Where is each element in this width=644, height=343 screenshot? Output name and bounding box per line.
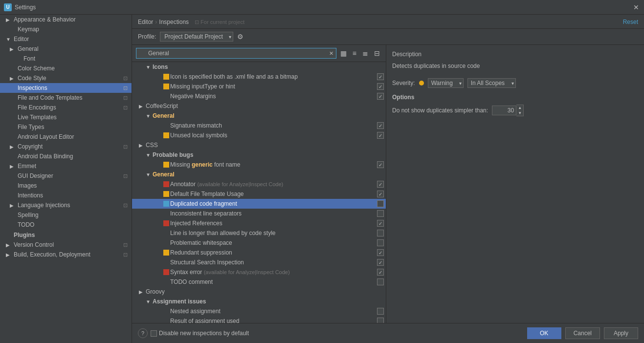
tree-item-icon-xml[interactable]: Icon is specified both as .xml file and … xyxy=(132,72,386,82)
close-button[interactable]: ✕ xyxy=(632,3,640,11)
expand-button[interactable]: ≣ xyxy=(360,48,370,58)
reset-button[interactable]: Reset xyxy=(623,19,638,25)
tree-item-negative-margins[interactable]: Negative Margins xyxy=(132,91,386,101)
gear-button[interactable]: ⚙ xyxy=(237,33,244,41)
sidebar-item-editor[interactable]: ▼ Editor xyxy=(0,34,132,44)
inspection-checkbox[interactable] xyxy=(377,132,384,139)
tree-item-coffeescript[interactable]: ▶ CoffeeScript xyxy=(132,101,386,111)
tree-item-result-assignment[interactable]: Result of assignment used xyxy=(132,316,386,323)
sidebar-item-font[interactable]: Font xyxy=(0,54,132,64)
inspection-checkbox[interactable] xyxy=(377,122,384,129)
tree-item-default-file[interactable]: Default File Template Usage xyxy=(132,189,386,199)
inspection-checkbox[interactable] xyxy=(377,93,384,100)
inspection-checkbox[interactable] xyxy=(377,259,384,266)
tree-item-problematic-whitespace[interactable]: Problematic whitespace xyxy=(132,238,386,248)
severity-select[interactable]: Warning Error Info xyxy=(428,78,464,88)
tree-item-signature-mismatch[interactable]: Signature mismatch xyxy=(132,121,386,130)
options-number-input[interactable] xyxy=(492,106,516,115)
inspection-checkbox[interactable] xyxy=(377,239,384,246)
sidebar-item-code-style[interactable]: ▶ Code Style ⊡ xyxy=(0,73,132,83)
inspection-checkbox[interactable] xyxy=(377,269,384,276)
sidebar-label: Color Scheme xyxy=(18,65,55,72)
clear-search-button[interactable]: ✕ xyxy=(329,50,333,57)
tree-item-coffeescript-general[interactable]: ▼ General xyxy=(132,111,386,121)
tree-item-assignment-issues[interactable]: ▼ Assignment issues xyxy=(132,297,386,306)
sidebar-item-file-types[interactable]: File Types xyxy=(0,122,132,132)
severity-color xyxy=(163,230,169,236)
sidebar-item-plugins[interactable]: Plugins xyxy=(0,230,132,240)
inspection-checkbox[interactable] xyxy=(377,230,384,236)
sidebar-item-spelling[interactable]: Spelling xyxy=(0,210,132,220)
scope-select[interactable]: In All Scopes xyxy=(467,78,516,88)
tree-item-label: CSS xyxy=(146,142,384,149)
tree-item-missing-generic[interactable]: Missing generic font name xyxy=(132,160,386,170)
inspection-checkbox[interactable] xyxy=(377,73,384,80)
cancel-button[interactable]: Cancel xyxy=(565,327,600,339)
spinner-down-button[interactable]: ▼ xyxy=(516,110,523,116)
inspection-checkbox[interactable] xyxy=(377,308,384,315)
tree-item-unused-local[interactable]: Unused local symbols xyxy=(132,130,386,140)
sidebar-item-language-injections[interactable]: ▶ Language Injections ⊡ xyxy=(0,200,132,210)
sidebar-item-copyright[interactable]: ▶ Copyright ⊡ xyxy=(0,142,132,151)
tree-item-missing-input[interactable]: Missing inputType or hint xyxy=(132,82,386,91)
apply-button[interactable]: Apply xyxy=(604,327,638,339)
tree-item-redundant[interactable]: Redundant suppression xyxy=(132,248,386,257)
tree-item-todo[interactable]: TODO comment xyxy=(132,277,386,287)
sidebar-item-build-execution[interactable]: ▶ Build, Execution, Deployment ⊡ xyxy=(0,250,132,259)
inspections-body: 🔍 ✕ ▦ ≡ ≣ ⊟ ▼ Icons xyxy=(132,45,644,323)
inspection-checkbox[interactable] xyxy=(377,318,384,323)
inspection-checkbox[interactable] xyxy=(377,181,384,188)
sidebar-item-images[interactable]: Images xyxy=(0,181,132,191)
tree-item-icons[interactable]: ▼ Icons xyxy=(132,62,386,72)
sidebar-item-todo[interactable]: TODO xyxy=(0,220,132,230)
search-input[interactable] xyxy=(136,48,336,59)
sidebar-label: Keymap xyxy=(18,26,39,33)
tree-item-general-css[interactable]: ▼ General xyxy=(132,170,386,179)
inspection-checkbox[interactable] xyxy=(377,279,384,285)
tree-item-structural-search[interactable]: Structural Search Inspection xyxy=(132,257,386,267)
sidebar-item-general[interactable]: ▶ General xyxy=(0,44,132,54)
tree-item-duplicated-code[interactable]: Duplicated code fragment ← 去掉勾 xyxy=(132,199,386,209)
disable-new-inspections-checkbox[interactable] xyxy=(151,330,157,337)
sidebar-item-emmet[interactable]: ▶ Emmet xyxy=(0,161,132,171)
sort-button[interactable]: ≡ xyxy=(351,48,358,58)
tree-item-groovy[interactable]: ▶ Groovy xyxy=(132,287,386,297)
tree-item-css[interactable]: ▶ CSS xyxy=(132,140,386,150)
filter-button[interactable]: ▦ xyxy=(338,48,349,58)
collapse-button[interactable]: ⊟ xyxy=(372,48,382,58)
sidebar-item-keymap[interactable]: Keymap xyxy=(0,24,132,34)
ok-button[interactable]: OK xyxy=(527,327,561,339)
sidebar-item-android-layout[interactable]: Android Layout Editor xyxy=(0,132,132,142)
sidebar-item-file-encodings[interactable]: File Encodings ⊡ xyxy=(0,103,132,112)
sidebar-item-appearance[interactable]: ▶ Appearance & Behavior xyxy=(0,15,132,24)
inspection-checkbox[interactable] xyxy=(377,249,384,256)
sidebar-item-android-data-binding[interactable]: Android Data Binding xyxy=(0,151,132,161)
tree-item-probable-bugs[interactable]: ▼ Probable bugs xyxy=(132,150,386,160)
inspection-checkbox[interactable] xyxy=(377,220,384,227)
profile-select-wrap: Project Default Project xyxy=(160,32,233,42)
tree-item-line-longer[interactable]: Line is longer than allowed by code styl… xyxy=(132,228,386,238)
sidebar-item-file-code-templates[interactable]: File and Code Templates ⊡ xyxy=(0,93,132,103)
sidebar-item-live-templates[interactable]: Live Templates xyxy=(0,112,132,122)
sidebar-item-intentions[interactable]: Intentions xyxy=(0,191,132,200)
profile-select[interactable]: Project Default Project xyxy=(160,32,233,42)
inspection-checkbox[interactable] xyxy=(377,200,384,207)
spinner-up-button[interactable]: ▲ xyxy=(516,105,523,110)
sidebar-item-color-scheme[interactable]: Color Scheme xyxy=(0,64,132,73)
tree-item-annotator[interactable]: Annotator (available for Analyze|Inspect… xyxy=(132,179,386,189)
tree-item-injected-refs[interactable]: Injected References xyxy=(132,218,386,228)
inspection-checkbox[interactable] xyxy=(377,191,384,197)
inspection-checkbox[interactable] xyxy=(377,210,384,217)
help-button[interactable]: ? xyxy=(138,328,148,338)
sidebar-item-inspections[interactable]: Inspections ⊡ xyxy=(0,83,132,93)
tree-item-syntax-error[interactable]: Syntax error (available for Analyze|Insp… xyxy=(132,267,386,277)
inspection-checkbox[interactable] xyxy=(377,161,384,168)
inspection-checkbox[interactable] xyxy=(377,83,384,90)
tree-item-label: Groovy xyxy=(146,288,384,295)
tree-item-label: Negative Margins xyxy=(170,93,377,100)
tree-item-inconsistent[interactable]: Inconsistent line separators xyxy=(132,209,386,218)
dialog-footer: ? Disable new inspections by default OK … xyxy=(132,323,644,343)
sidebar-item-gui-designer[interactable]: GUI Designer ⊡ xyxy=(0,171,132,181)
sidebar-item-version-control[interactable]: ▶ Version Control ⊡ xyxy=(0,240,132,250)
tree-item-nested-assignment[interactable]: Nested assignment xyxy=(132,306,386,316)
